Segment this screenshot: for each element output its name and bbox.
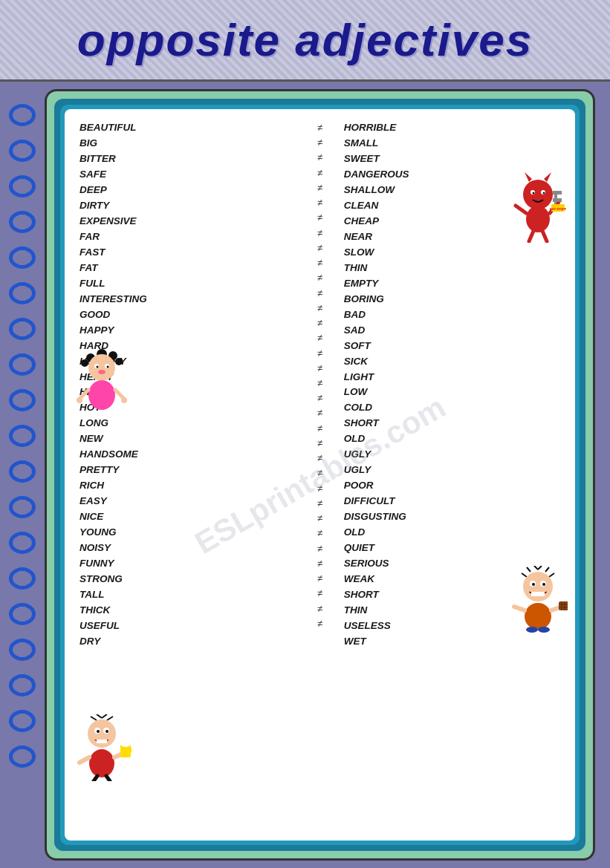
- svg-line-70: [106, 776, 110, 781]
- word-right: POOR: [344, 478, 560, 493]
- spiral-ring-18: [9, 710, 36, 732]
- svg-line-28: [115, 390, 124, 399]
- svg-line-53: [97, 714, 102, 718]
- spiral-ring-6: [9, 282, 36, 304]
- word-right: SWEET: [344, 151, 560, 166]
- spiral-ring-12: [9, 496, 36, 518]
- word-left: BIG: [80, 136, 296, 151]
- not-equal-symbol: ≠: [317, 586, 322, 600]
- word-right: UGLY: [344, 447, 560, 462]
- word-left: HAPPY: [80, 323, 296, 338]
- svg-line-31: [534, 566, 538, 570]
- word-left: DIRTY: [80, 198, 296, 213]
- not-equal-symbol: ≠: [317, 601, 322, 616]
- svg-point-63: [89, 749, 114, 777]
- word-left: STRONG: [80, 572, 296, 587]
- not-equal-symbol: ≠: [317, 210, 322, 224]
- not-equal-symbol: ≠: [317, 526, 322, 540]
- not-equal-symbol: ≠: [317, 421, 322, 435]
- not-equal-symbol: ≠: [317, 241, 322, 255]
- not-equal-symbol: ≠: [317, 346, 322, 360]
- svg-point-51: [526, 627, 538, 633]
- svg-line-10: [529, 231, 533, 241]
- not-equal-symbol: ≠: [317, 316, 322, 330]
- svg-point-23: [97, 366, 99, 368]
- svg-point-57: [88, 719, 116, 748]
- not-equal-symbol: ≠: [317, 195, 322, 209]
- word-left: NOISY: [80, 541, 296, 555]
- beer-character: [76, 714, 132, 781]
- svg-line-56: [107, 717, 113, 720]
- svg-point-37: [523, 572, 553, 601]
- word-left: INTERESTING: [80, 292, 296, 307]
- svg-line-64: [80, 757, 89, 763]
- word-left: EASY: [80, 494, 296, 509]
- adjectives-table: BEAUTIFULBIGBITTERSAFEDEEPDIRTYEXPENSIVE…: [80, 120, 560, 649]
- not-equal-symbol: ≠: [317, 286, 322, 300]
- notebook-mid: ESLprintables.com: [60, 105, 580, 845]
- svg-line-35: [522, 573, 527, 577]
- svg-line-34: [545, 567, 549, 572]
- spiral-ring-11: [9, 460, 36, 483]
- word-right: OLD: [344, 431, 560, 446]
- word-left: FULL: [80, 276, 296, 291]
- word-right: SOFT: [344, 339, 560, 353]
- svg-line-44: [514, 607, 525, 610]
- spiral-ring-4: [9, 211, 36, 233]
- svg-marker-1: [525, 172, 532, 182]
- svg-point-26: [88, 380, 115, 410]
- spiral-binding: [0, 89, 45, 861]
- not-equal-symbol: ≠: [317, 616, 322, 630]
- word-right: BORING: [344, 292, 560, 307]
- spiral-ring-19: [9, 745, 36, 768]
- svg-point-42: [542, 583, 545, 586]
- word-left: NEW: [80, 431, 296, 446]
- spiral-ring-14: [9, 567, 36, 590]
- word-right: SMALL: [344, 136, 560, 151]
- girl-character: [76, 347, 128, 414]
- svg-line-32: [538, 566, 542, 570]
- not-equal-symbol: ≠: [317, 166, 322, 180]
- content-area: ESLprintables.com: [65, 109, 575, 841]
- word-left: BEAUTIFUL: [80, 120, 296, 135]
- not-equal-symbol: ≠: [317, 180, 322, 195]
- svg-point-43: [525, 603, 551, 630]
- svg-point-29: [77, 397, 82, 403]
- main-area: ESLprintables.com: [0, 82, 610, 868]
- svg-point-24: [107, 366, 109, 368]
- svg-line-27: [80, 390, 88, 399]
- word-right: UGLY: [344, 463, 560, 477]
- svg-rect-67: [131, 747, 132, 753]
- svg-point-61: [97, 730, 100, 733]
- not-equal-symbol: ≠: [317, 571, 322, 585]
- page-title: opposite adjectives: [77, 13, 533, 66]
- spiral-ring-1: [9, 104, 36, 126]
- svg-point-30: [121, 397, 127, 403]
- word-right: LIGHT: [344, 370, 560, 385]
- word-left: DEEP: [80, 183, 296, 198]
- word-right: EMPTY: [344, 276, 560, 291]
- not-equal-symbol: ≠: [317, 226, 322, 240]
- svg-line-54: [102, 714, 107, 718]
- svg-point-62: [106, 730, 108, 733]
- svg-line-11: [542, 231, 547, 241]
- not-equal-symbol: ≠: [317, 150, 322, 164]
- word-right: OLD: [344, 525, 560, 540]
- spiral-ring-9: [9, 389, 36, 411]
- header: opposite adjectives: [0, 0, 610, 82]
- not-equal-symbol: ≠: [317, 405, 322, 420]
- not-equal-symbol: ≠: [317, 120, 322, 134]
- svg-point-6: [543, 192, 545, 195]
- svg-point-19: [115, 358, 123, 365]
- word-right: SAD: [344, 323, 560, 338]
- word-left: BITTER: [80, 151, 296, 166]
- word-left: TALL: [80, 587, 296, 602]
- devil-character: HOT STUFF: [508, 169, 568, 243]
- symbol-column: ≠≠≠≠≠≠≠≠≠≠≠≠≠≠≠≠≠≠≠≠≠≠≠≠≠≠≠≠≠≠≠≠≠≠: [296, 120, 344, 649]
- svg-marker-2: [544, 172, 551, 182]
- word-left: THICK: [80, 603, 296, 618]
- spiral-ring-2: [9, 140, 36, 162]
- not-equal-symbol: ≠: [317, 481, 322, 495]
- spiral-ring-5: [9, 247, 36, 269]
- svg-line-33: [527, 567, 530, 572]
